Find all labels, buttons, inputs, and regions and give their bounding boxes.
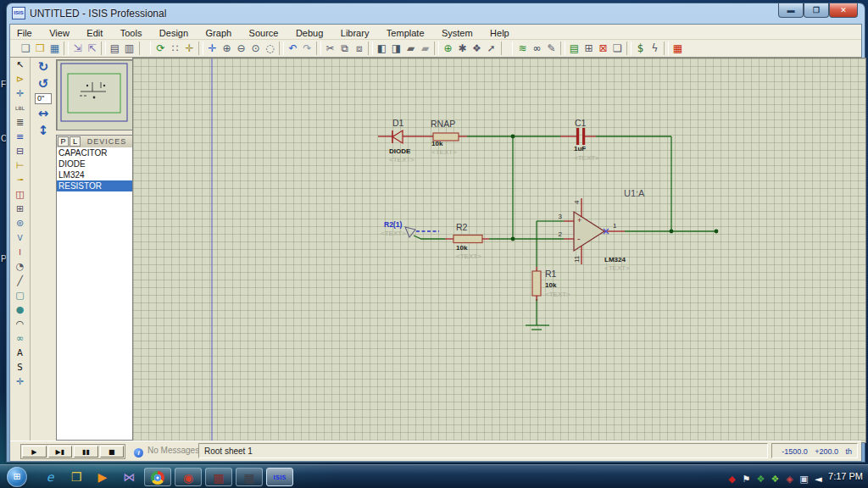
component-r1[interactable]: R1 10k <TEXT>	[532, 267, 570, 301]
packaging-tool-icon[interactable]: ❖	[470, 41, 484, 55]
maximize-button[interactable]: ❐	[804, 3, 829, 18]
undo-icon[interactable]: ↶	[286, 41, 300, 55]
taskbar-app-player-x[interactable]: ⋈	[118, 468, 140, 486]
decompose-icon[interactable]: ➚	[484, 41, 498, 55]
taskbar-app-isis-proteus[interactable]: ISIS	[266, 468, 293, 486]
search-tag-icon[interactable]: ∞	[530, 41, 544, 55]
mirror-horizontal-icon[interactable]: ↔	[35, 106, 52, 121]
taskbar-app-app-darkred[interactable]: ▩	[205, 468, 232, 486]
sim-play-button[interactable]: ▶	[22, 446, 47, 458]
titlebar[interactable]: ISIS UNTITLED - ISIS Professional ▬ ❐ ✕	[7, 3, 865, 24]
device-item-diode[interactable]: DIODE	[57, 158, 133, 169]
taskbar-app-app-dark[interactable]: ▦	[236, 468, 263, 486]
2d-box-icon[interactable]: ▢	[12, 289, 29, 302]
tape-recorder-mode-icon[interactable]: ⊞	[12, 202, 29, 216]
zoom-area-icon[interactable]: ◌	[263, 41, 277, 55]
tray-tray-red-2-icon[interactable]: ◈	[782, 474, 797, 485]
library-button[interactable]: L	[70, 136, 81, 147]
netlist-to-ares-icon[interactable]: ▦	[670, 41, 685, 55]
pick-parts-icon[interactable]: ⊕	[441, 41, 455, 55]
sim-step-button[interactable]: ▶▮	[48, 446, 73, 458]
current-probe-mode-icon[interactable]: I	[12, 246, 29, 259]
component-r2[interactable]: R2 10k <TEXT>	[445, 222, 489, 260]
bill-of-materials-icon[interactable]: $	[633, 41, 648, 55]
buses-mode-icon[interactable]: ≡	[12, 130, 29, 144]
2d-symbol-icon[interactable]: S	[12, 361, 29, 374]
2d-line-icon[interactable]: ╱	[12, 274, 29, 288]
device-pins-mode-icon[interactable]: ╼	[12, 174, 29, 187]
block-rotate-icon[interactable]: ▰	[403, 41, 418, 55]
taskbar-clock[interactable]: 7:17 PM	[828, 471, 863, 481]
component-c1[interactable]: C1 1uF <TEXT>	[560, 118, 599, 162]
design-explorer-icon[interactable]: ▤	[567, 41, 581, 55]
start-button[interactable]: ⊞	[7, 467, 27, 487]
remove-sheet-icon[interactable]: ⊠	[596, 41, 610, 55]
selection-tool-icon[interactable]: ↖	[12, 58, 29, 72]
new-sheet-icon[interactable]: ⊞	[581, 41, 596, 55]
2d-path-icon[interactable]: ∞	[12, 332, 29, 346]
rotate-anticlockwise-icon[interactable]: ↺	[35, 76, 52, 92]
block-move-icon[interactable]: ◨	[389, 41, 403, 55]
menu-view[interactable]: View	[42, 26, 76, 38]
menu-design[interactable]: Design	[153, 26, 195, 38]
sim-pause-button[interactable]: ▮▮	[74, 446, 98, 458]
graph-mode-icon[interactable]: ◫	[12, 188, 29, 202]
pick-devices-button[interactable]: P	[58, 136, 69, 147]
taskbar-app-media-player[interactable]: ▶	[92, 468, 114, 486]
2d-arc-icon[interactable]: ◠	[12, 318, 29, 331]
2d-circle-icon[interactable]: ●	[12, 303, 29, 317]
virtual-instruments-mode-icon[interactable]: ◔	[12, 260, 29, 274]
device-item-capacitor[interactable]: CAPACITOR	[57, 147, 133, 158]
menu-graph[interactable]: Graph	[199, 26, 239, 38]
device-item-lm324[interactable]: LM324	[57, 169, 133, 180]
junction-dot-mode-icon[interactable]: ✛	[12, 87, 29, 101]
zoom-in-icon[interactable]: ⊕	[220, 41, 234, 55]
redraw-icon[interactable]: ⟳	[153, 41, 168, 55]
terminals-mode-icon[interactable]: ⊢	[12, 159, 29, 173]
zoom-all-icon[interactable]: ⊙	[248, 41, 263, 55]
block-delete-icon[interactable]: ▰	[418, 41, 432, 55]
component-mode-icon[interactable]: ⊳	[12, 73, 29, 86]
make-device-icon[interactable]: ✱	[455, 41, 470, 55]
close-button[interactable]: ✕	[829, 3, 858, 18]
menu-library[interactable]: Library	[334, 26, 376, 38]
menu-template[interactable]: Template	[380, 26, 431, 38]
toggle-grid-icon[interactable]: ∷	[168, 41, 182, 55]
cut-icon[interactable]: ✂	[323, 41, 337, 55]
menu-edit[interactable]: Edit	[80, 26, 109, 38]
electrical-rule-check-icon[interactable]: ϟ	[648, 41, 662, 55]
voltage-probe-mode-icon[interactable]: V	[12, 231, 29, 245]
tray-network-status-icon[interactable]: ▣	[797, 474, 811, 485]
2d-text-icon[interactable]: A	[12, 347, 29, 360]
menu-source[interactable]: Source	[242, 26, 286, 38]
save-file-icon[interactable]: ▦	[47, 41, 62, 55]
tray-volume-icon[interactable]: ◄	[811, 474, 826, 485]
overview-minimap[interactable]	[56, 59, 134, 130]
print-icon[interactable]: ▤	[108, 41, 122, 55]
schematic-canvas[interactable]: D1 DIODE <TEXT> RNAP 10k <TEXT>	[132, 58, 866, 443]
2d-marker-icon[interactable]: ✛	[12, 375, 29, 389]
mirror-vertical-icon[interactable]: ↕	[35, 123, 52, 138]
generator-r2-1[interactable]: R2(1) <TEXT>	[381, 220, 439, 237]
menu-file[interactable]: File	[10, 26, 39, 38]
menu-system[interactable]: System	[435, 26, 480, 38]
tray-tray-green-2-icon[interactable]: ❖	[768, 474, 782, 485]
new-file-icon[interactable]: ❑	[19, 41, 33, 55]
text-script-mode-icon[interactable]: ≣	[12, 116, 29, 130]
sim-stop-button[interactable]: ■	[100, 446, 125, 458]
wire-label-mode-icon[interactable]: LBL	[12, 102, 29, 115]
taskbar-app-app-red[interactable]: ◉	[175, 468, 202, 486]
taskbar-app-internet-explorer[interactable]: e	[39, 468, 61, 486]
taskbar-app-windows-explorer[interactable]: ❒	[65, 468, 87, 486]
block-copy-icon[interactable]: ◧	[375, 41, 389, 55]
false-origin-icon[interactable]: ✛	[182, 41, 197, 55]
minimize-button[interactable]: ▬	[778, 3, 804, 18]
generator-mode-icon[interactable]: ⊚	[12, 217, 29, 230]
menu-tools[interactable]: Tools	[114, 26, 149, 38]
taskbar-app-chrome[interactable]	[144, 468, 171, 486]
tray-tray-red-icon[interactable]: ◆	[725, 474, 739, 485]
tray-tray-green-1-icon[interactable]: ❖	[754, 474, 768, 485]
component-u1a[interactable]: + - 3 2 1 4 11 U1:A	[559, 188, 646, 272]
zoom-out-icon[interactable]: ⊖	[234, 41, 248, 55]
rotate-clockwise-icon[interactable]: ↻	[35, 59, 52, 75]
